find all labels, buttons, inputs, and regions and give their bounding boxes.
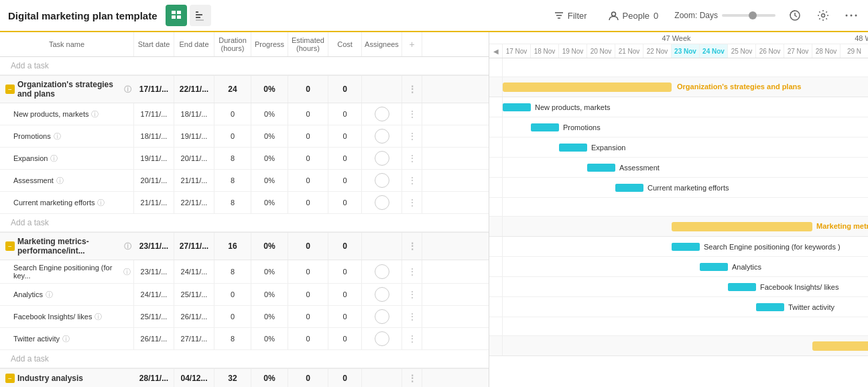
gantt-group3-row — [489, 336, 868, 356]
zoom-label: Zoom: Days — [674, 11, 718, 20]
task-name: Assessment — [13, 176, 54, 184]
task-cost: 0 — [328, 260, 362, 283]
group1-collapse-button[interactable]: − — [5, 85, 15, 94]
day-19nov: 19 Nov — [559, 44, 587, 58]
task-duration: 0 — [214, 125, 251, 147]
task-end: 18/11/... — [174, 103, 214, 125]
gantt-view-button[interactable] — [190, 5, 211, 26]
task-name: Expansion — [13, 154, 48, 162]
task-assignees — [362, 125, 402, 147]
task-more-button[interactable]: ⋮ — [402, 328, 422, 349]
header-controls: Filter People 0 Zoom: Days — [549, 7, 860, 24]
task-info-icon[interactable]: ⓘ — [50, 154, 58, 164]
task-info-icon[interactable]: ⓘ — [97, 198, 105, 208]
add-column-button[interactable]: + — [402, 32, 422, 56]
add-task-top[interactable]: Add a task — [0, 57, 489, 75]
task-info-icon[interactable]: ⓘ — [123, 267, 131, 277]
task-progress: 0% — [251, 284, 288, 305]
scroll-left-button[interactable]: ◀ — [489, 44, 503, 58]
group1-cost: 0 — [328, 76, 362, 103]
group3-more-button[interactable]: ⋮ — [402, 369, 422, 387]
group2-cost: 0 — [328, 233, 362, 260]
task-cost: 0 — [328, 148, 362, 169]
task-estimated: 0 — [288, 148, 328, 169]
task-estimated: 0 — [288, 306, 328, 327]
group1-more-button[interactable]: ⋮ — [402, 76, 422, 103]
group3-assignees — [362, 369, 402, 387]
svg-rect-4 — [196, 11, 198, 13]
group2-info-icon[interactable]: ⓘ — [124, 241, 131, 252]
group2-more-button[interactable]: ⋮ — [402, 233, 422, 260]
table-row: New products, markets ⓘ 17/11/... 18/11/… — [0, 103, 489, 125]
svg-point-14 — [846, 15, 848, 17]
task-progress: 0% — [251, 260, 288, 283]
task-more-button[interactable]: ⋮ — [402, 148, 422, 169]
zoom-control: Zoom: Days — [674, 11, 776, 20]
group3-progress: 0% — [251, 369, 288, 387]
task-info-icon[interactable]: ⓘ — [54, 131, 61, 142]
task-name-cell: Analytics ⓘ — [0, 284, 134, 305]
task-more-button[interactable]: ⋮ — [402, 306, 422, 327]
group2-start: 23/11/... — [134, 233, 174, 260]
task-more-button[interactable]: ⋮ — [402, 125, 422, 147]
add-task-group2[interactable]: Add a task — [0, 350, 489, 368]
assignee-avatar — [375, 195, 389, 210]
task-info-icon[interactable]: ⓘ — [62, 334, 70, 344]
svg-rect-7 — [196, 19, 204, 21]
svg-rect-3 — [177, 15, 181, 19]
col-start-date: Start date — [134, 32, 174, 56]
add-task-group1[interactable]: Add a task — [0, 214, 489, 232]
task-more-button[interactable]: ⋮ — [402, 170, 422, 191]
task-duration: 8 — [214, 328, 251, 349]
task-more-button[interactable]: ⋮ — [402, 103, 422, 125]
task-progress: 0% — [251, 103, 288, 125]
gantt-task-row: New products, markets — [489, 97, 868, 117]
group-row: − Marketing metrics- performance/int... … — [0, 232, 489, 260]
table-view-button[interactable] — [166, 5, 187, 26]
task-more-button[interactable]: ⋮ — [402, 284, 422, 305]
task-gantt-label: Twitter activity — [788, 303, 834, 311]
task-duration: 0 — [214, 284, 251, 305]
day-21nov: 21 Nov — [615, 44, 643, 58]
group3-estimated: 0 — [288, 369, 328, 387]
people-button[interactable]: People 0 — [603, 8, 664, 23]
svg-rect-1 — [177, 11, 181, 14]
table-header: Task name Start date End date Duration (… — [0, 32, 489, 57]
col-duration: Duration (hours) — [214, 32, 251, 56]
group1-progress: 0% — [251, 76, 288, 103]
task-more-button[interactable]: ⋮ — [402, 260, 422, 283]
task-start: 20/11/... — [134, 170, 174, 191]
assignee-avatar — [375, 107, 389, 121]
gantt-task-row: Promotions — [489, 117, 868, 137]
task-progress: 0% — [251, 328, 288, 349]
table-row: Twitter activity ⓘ 26/11/... 27/11/... 8… — [0, 328, 489, 350]
group2-duration: 16 — [214, 233, 251, 260]
zoom-slider[interactable] — [722, 14, 776, 17]
group3-collapse-button[interactable]: − — [5, 374, 15, 383]
group-row: − Industry analysis 28/11/... 04/12... 3… — [0, 368, 489, 387]
group2-collapse-button[interactable]: − — [5, 241, 15, 251]
task-gantt-label: New products, markets — [535, 103, 610, 111]
table-row: Assessment ⓘ 20/11/... 21/11/... 8 0% 0 … — [0, 170, 489, 192]
task-gantt-bar — [615, 184, 643, 192]
filter-button[interactable]: Filter — [549, 8, 593, 23]
more-button[interactable] — [843, 11, 860, 19]
group3-name-cell: − Industry analysis — [0, 369, 134, 387]
task-info-icon[interactable]: ⓘ — [46, 290, 53, 300]
task-more-button[interactable]: ⋮ — [402, 192, 422, 213]
task-info-icon[interactable]: ⓘ — [95, 312, 102, 322]
gantt-task-row: Search Engine positioning (for keywords … — [489, 237, 868, 257]
gantt-add-task-group2 — [489, 317, 868, 336]
settings-button[interactable] — [814, 7, 832, 24]
svg-rect-2 — [172, 15, 176, 19]
task-name: Twitter activity — [13, 335, 60, 343]
group2-assignees — [362, 233, 402, 260]
task-name-cell: Current marketing efforts ⓘ — [0, 192, 134, 213]
table-row: Expansion ⓘ 19/11/... 20/11/... 8 0% 0 0… — [0, 148, 489, 170]
task-info-icon[interactable]: ⓘ — [91, 109, 99, 119]
task-end: 25/11/... — [174, 284, 214, 305]
history-button[interactable] — [786, 7, 804, 24]
task-assignees — [362, 306, 402, 327]
task-info-icon[interactable]: ⓘ — [56, 176, 64, 186]
group1-info-icon[interactable]: ⓘ — [124, 85, 131, 95]
